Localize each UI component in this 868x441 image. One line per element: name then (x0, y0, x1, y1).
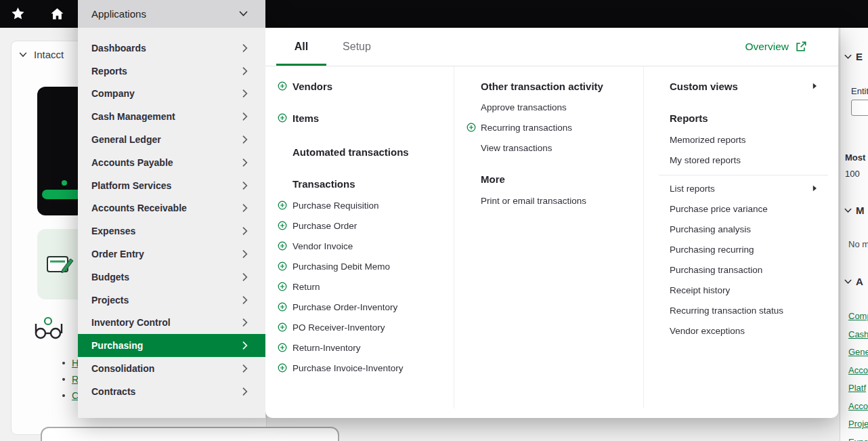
chevron-right-icon (242, 296, 248, 304)
menu-item-report[interactable]: Vendor exceptions (670, 320, 828, 341)
sidebar-item-label: Cash Management (91, 111, 175, 122)
menu-item-label: Recurring transactions (481, 123, 572, 133)
menu-item[interactable]: Purchase Invoice-Inventory (278, 358, 455, 378)
section-title: E (856, 51, 863, 62)
sidebar-item-expenses[interactable]: Expenses (78, 219, 265, 243)
sidebar-item-reports[interactable]: Reports (78, 60, 265, 83)
menu-item-report[interactable]: Purchasing analysis (670, 219, 828, 239)
sidebar-item-label: Consolidation (91, 363, 154, 374)
menu-item-my-stored-reports[interactable]: My stored reports (670, 150, 828, 170)
overview-link[interactable]: Overview (745, 28, 807, 66)
sidebar-item-company[interactable]: Company (78, 83, 265, 106)
menu-item-approve-transactions[interactable]: Approve transactions (466, 97, 644, 117)
sidebar-item-budgets[interactable]: Budgets (78, 266, 265, 289)
home-button[interactable] (39, 0, 74, 28)
plus-circle-icon (278, 363, 287, 373)
dashboard-section-header[interactable]: Intacct (19, 49, 64, 60)
list-reports-item[interactable]: List reports (670, 178, 828, 198)
sidebar-item-projects[interactable]: Projects (78, 289, 265, 312)
chevron-right-icon (242, 341, 248, 350)
sidebar-item-platform-services[interactable]: Platform Services (78, 174, 265, 197)
bullet-link[interactable]: R (62, 371, 79, 387)
plus-circle-icon (278, 113, 287, 123)
menu-item-report[interactable]: Purchasing recurring (670, 239, 828, 259)
entity-input[interactable] (851, 100, 868, 116)
quick-link[interactable]: Acco (848, 398, 868, 416)
bullet-link[interactable]: C (62, 387, 79, 404)
sidebar-item-label: Company (91, 88, 135, 99)
menu-item[interactable]: Purchase Requisition (278, 195, 455, 215)
sidebar-item-inventory-control[interactable]: Inventory Control (78, 312, 265, 335)
menu-item[interactable]: Purchasing Debit Memo (278, 256, 455, 276)
applications-sidebar: Applications Dashboards Reports Company … (78, 0, 265, 418)
quick-link[interactable]: Comp (848, 308, 868, 326)
sidebar-item-contracts[interactable]: Contracts (78, 380, 265, 403)
bullet-icon (62, 378, 65, 381)
quick-link[interactable]: Proje (848, 415, 868, 434)
plus-circle-icon (278, 81, 287, 91)
collapsible-section-header[interactable]: E (844, 51, 863, 62)
quick-link[interactable]: Platf (848, 379, 868, 398)
favorites-button[interactable] (0, 0, 35, 28)
tab-setup[interactable]: Setup (333, 28, 381, 66)
tab-all[interactable]: All (276, 28, 326, 66)
sidebar-item-accounts-payable[interactable]: Accounts Payable (78, 151, 265, 174)
sidebar-item-label: Contracts (91, 386, 135, 397)
bullet-icon (62, 362, 65, 364)
collapsible-section-header[interactable]: A (844, 276, 863, 287)
quick-link[interactable]: Gene (848, 343, 868, 362)
menu-item-recurring-transactions[interactable]: Recurring transactions (466, 117, 644, 138)
green-dot (62, 180, 67, 186)
chevron-down-icon (844, 208, 852, 213)
sidebar-item-label: Dashboards (91, 43, 146, 54)
menu-item[interactable]: Return (278, 276, 455, 297)
collapsible-section-header[interactable]: M (844, 205, 865, 216)
plus-circle-icon (278, 201, 287, 210)
menu-item[interactable]: Vendor Invoice (278, 236, 455, 256)
sidebar-item-label: Purchasing (91, 340, 143, 351)
sidebar-item-general-ledger[interactable]: General Ledger (78, 128, 265, 151)
right-panel: E Entity Most 100 M No m A Comp Cash Gen… (840, 28, 868, 441)
menu-item-report[interactable]: Purchasing transaction (670, 259, 828, 280)
credit-card-pencil-icon (44, 249, 75, 280)
plus-circle-icon (278, 322, 287, 332)
menu-item[interactable]: Purchase Order (278, 215, 455, 236)
applications-menu-button[interactable]: Applications (78, 0, 265, 28)
quick-link[interactable]: Expe (848, 434, 868, 441)
section-heading-automated-transactions[interactable]: Automated transactions (278, 142, 455, 161)
menu-item-label: Vendor Invoice (292, 241, 353, 251)
sidebar-item-consolidation[interactable]: Consolidation (78, 357, 265, 380)
menu-item[interactable]: Purchase Order-Inventory (278, 297, 455, 317)
quick-link[interactable]: Cash (848, 326, 868, 344)
menu-item-memorized-reports[interactable]: Memorized reports (670, 129, 828, 150)
menu-column-reports: Custom views Reports Memorized reports M… (670, 77, 828, 341)
tab-label: All (295, 41, 308, 53)
sidebar-item-order-entry[interactable]: Order Entry (78, 243, 265, 266)
menu-item-report[interactable]: Recurring transaction status (670, 300, 828, 320)
menu-link-vendors[interactable]: Vendors (278, 77, 455, 96)
menu-item[interactable]: Return-Inventory (278, 337, 455, 358)
custom-views-item[interactable]: Custom views (670, 77, 828, 96)
menu-column-activity: Other transaction activity Approve trans… (466, 77, 644, 211)
quick-link[interactable]: Acco (848, 362, 868, 380)
plus-circle-icon (278, 282, 287, 291)
menu-item[interactable]: PO Receiver-Inventory (278, 317, 455, 337)
plus-circle-icon (278, 261, 287, 271)
menu-item-view-transactions[interactable]: View transactions (466, 138, 644, 158)
menu-item-label: Purchasing Debit Memo (292, 261, 390, 272)
sidebar-item-accounts-receivable[interactable]: Accounts Receivable (78, 197, 265, 220)
sidebar-item-cash-management[interactable]: Cash Management (78, 105, 265, 128)
menu-item-print-or-email[interactable]: Print or email transactions (466, 190, 644, 211)
bullet-link[interactable]: H (62, 355, 79, 371)
menu-item-report[interactable]: Receipt history (670, 280, 828, 300)
bullet-icon (62, 394, 65, 397)
home-icon (49, 6, 66, 22)
sidebar-item-dashboards[interactable]: Dashboards (78, 37, 265, 60)
menu-link-items[interactable]: Items (278, 108, 455, 127)
quick-links: Comp Cash Gene Acco Platf Acco Proje Exp… (848, 308, 868, 441)
sidebar-item-purchasing[interactable]: Purchasing (78, 334, 265, 357)
sidebar-item-time[interactable]: Time (78, 403, 265, 409)
menu-item-report[interactable]: Purchase price variance (670, 198, 828, 219)
section-heading-other-transaction-activity: Other transaction activity (466, 77, 644, 96)
divider (659, 175, 828, 175)
